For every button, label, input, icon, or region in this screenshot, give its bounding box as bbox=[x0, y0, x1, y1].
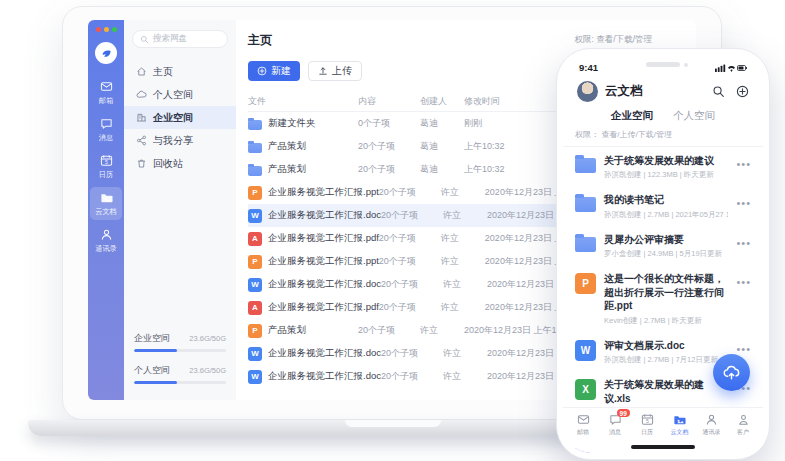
phone-header: 云文档 bbox=[563, 75, 763, 104]
storage-label: 个人空间 bbox=[134, 364, 170, 377]
space-tab[interactable]: 个人空间 bbox=[673, 109, 715, 123]
new-button-label: 新建 bbox=[271, 64, 291, 78]
more-actions-icon[interactable]: ••• bbox=[736, 197, 751, 209]
drive-sidebar: 搜索网盘 主页 个人空间 企业空间 bbox=[124, 20, 236, 400]
file-items-count: 20个子项 bbox=[381, 347, 443, 360]
close-window-button[interactable] bbox=[96, 27, 101, 32]
rail-item-icon bbox=[100, 117, 113, 130]
phone-app-screen: 9:41 云文档 企业空间 个人空间 权限： 查看/上传/下载/管理 bbox=[563, 55, 763, 453]
sidebar-item-icon bbox=[136, 158, 147, 169]
sidebar-nav-item[interactable]: 主页 bbox=[124, 60, 236, 83]
storage-usage: 23.6G/50G bbox=[189, 366, 226, 375]
bottom-nav-label: 日历 bbox=[641, 428, 653, 437]
file-type-icon bbox=[248, 166, 262, 176]
space-tab[interactable]: 企业空间 bbox=[611, 109, 653, 123]
rail-item-label: 云文档 bbox=[95, 207, 117, 217]
search-placeholder: 搜索网盘 bbox=[153, 33, 187, 45]
file-type-icon bbox=[575, 197, 596, 212]
sidebar-item-label: 与我分享 bbox=[153, 134, 193, 148]
file-name[interactable]: 企业服务视觉工作汇报.pdf bbox=[268, 232, 379, 245]
file-name[interactable]: 企业服务视觉工作汇报.doc bbox=[268, 278, 381, 291]
file-creator: 许立 bbox=[443, 209, 487, 222]
phone-file-item[interactable]: 我的读书笔记 孙溟凯创建 | 2.7MB | 2021年05月27 11:29更… bbox=[575, 186, 751, 226]
file-name[interactable]: 灵犀办公评审摘要 bbox=[604, 233, 728, 247]
file-name[interactable]: 关于统筹发展效果的建议.xls bbox=[604, 378, 728, 405]
file-name[interactable]: 产品策划 bbox=[268, 163, 306, 176]
sidebar-nav-item[interactable]: 与我分享 bbox=[124, 129, 236, 152]
more-actions-icon[interactable]: ••• bbox=[736, 343, 751, 355]
file-name[interactable]: 企业服务视觉工作汇报.pdf bbox=[268, 301, 379, 314]
rail-item-icon bbox=[100, 228, 113, 241]
rail-item-label: 通讯录 bbox=[95, 244, 117, 254]
file-items-count: 20个子项 bbox=[381, 370, 443, 383]
bottom-nav-icon bbox=[705, 413, 718, 426]
file-name[interactable]: 关于统筹发展效果的建议 bbox=[604, 154, 728, 168]
more-actions-icon[interactable]: ••• bbox=[736, 237, 751, 249]
more-actions-icon[interactable]: ••• bbox=[736, 158, 751, 170]
sidebar-nav-item[interactable]: 回收站 bbox=[124, 152, 236, 175]
sidebar-nav-item[interactable]: 企业空间 bbox=[124, 106, 236, 129]
file-name[interactable]: 企业服务视觉工作汇报.doc bbox=[268, 347, 381, 360]
bottom-nav-item[interactable]: 消息 99 bbox=[599, 413, 631, 441]
bottom-nav-label: 邮箱 bbox=[577, 428, 589, 437]
file-name[interactable]: 这是一个很长的文件标题，超出折行展示一行注意行间距.ppt bbox=[604, 272, 728, 313]
upload-fab-button[interactable] bbox=[713, 354, 750, 391]
storage-block: 个人空间 23.6G/50G bbox=[134, 364, 226, 384]
bottom-nav-item[interactable]: 日历 bbox=[631, 413, 663, 441]
file-type-icon: P bbox=[248, 186, 262, 200]
bottom-nav-item[interactable]: 云文档 bbox=[663, 413, 695, 441]
search-input[interactable]: 搜索网盘 bbox=[132, 30, 228, 48]
app-rail: 邮箱 消息 日历 云文档 bbox=[88, 20, 124, 400]
storage-progress-fill bbox=[134, 349, 177, 352]
new-button[interactable]: 新建 bbox=[248, 61, 300, 81]
file-name[interactable]: 企业服务视觉工作汇报.ppt bbox=[268, 186, 379, 199]
file-meta: 罗小盒创建 | 24.9MB | 5月19日更新 bbox=[604, 249, 728, 259]
bottom-nav-icon bbox=[641, 413, 654, 426]
file-type-icon bbox=[575, 158, 596, 173]
file-name[interactable]: 评审文档展示.doc bbox=[604, 339, 728, 353]
rail-item-icon bbox=[100, 154, 113, 167]
storage-usage: 23.6G/50G bbox=[189, 334, 226, 343]
zoom-window-button[interactable] bbox=[112, 27, 117, 32]
app-logo bbox=[95, 42, 117, 64]
file-items-count: 20个子项 bbox=[379, 301, 441, 314]
sidebar-item-label: 个人空间 bbox=[153, 88, 193, 102]
rail-nav-item[interactable]: 通讯录 bbox=[90, 224, 122, 257]
phone-file-item[interactable]: 关于统筹发展效果的建议 孙溟凯创建 | 122.3MB | 昨天更新 ••• bbox=[575, 147, 751, 187]
file-name[interactable]: 企业服务视觉工作汇报.ppt bbox=[268, 255, 379, 268]
rail-nav-item[interactable]: 日历 bbox=[90, 150, 122, 183]
header-time: 修改时间 bbox=[464, 95, 568, 108]
bottom-nav-icon bbox=[577, 413, 590, 426]
file-type-icon bbox=[248, 143, 262, 153]
more-actions-icon[interactable]: ••• bbox=[736, 276, 751, 288]
rail-nav-item[interactable]: 云文档 bbox=[90, 187, 122, 220]
add-icon[interactable] bbox=[736, 85, 749, 98]
phone-file-item[interactable]: P 这是一个很长的文件标题，超出折行展示一行注意行间距.ppt Kevin创建 … bbox=[575, 265, 751, 332]
minimize-window-button[interactable] bbox=[104, 27, 109, 32]
file-name[interactable]: 企业服务视觉工作汇报.doc bbox=[268, 370, 381, 383]
rail-nav-item[interactable]: 消息 bbox=[90, 113, 122, 146]
bottom-nav-item[interactable]: 客户 bbox=[727, 413, 759, 441]
file-items-count: 20个子项 bbox=[379, 186, 441, 199]
avatar[interactable] bbox=[577, 81, 598, 102]
rail-nav-item[interactable]: 邮箱 bbox=[90, 76, 122, 109]
file-creator: 许立 bbox=[441, 301, 485, 314]
file-name[interactable]: 企业服务视觉工作汇报.doc bbox=[268, 209, 381, 222]
sidebar-nav-item[interactable]: 个人空间 bbox=[124, 83, 236, 106]
file-meta: Kevin创建 | 2.7MB | 昨天更新 bbox=[604, 316, 728, 326]
file-creator: 葛迪 bbox=[420, 163, 464, 176]
search-icon[interactable] bbox=[712, 85, 725, 98]
home-indicator[interactable] bbox=[631, 445, 695, 449]
bottom-nav-item[interactable]: 通讯录 bbox=[695, 413, 727, 441]
bottom-nav-item[interactable]: 邮箱 bbox=[567, 413, 599, 441]
file-name[interactable]: 我的读书笔记 bbox=[604, 193, 728, 207]
file-creator: 许立 bbox=[443, 278, 487, 291]
file-name[interactable]: 产品策划 bbox=[268, 140, 306, 153]
file-type-icon: W bbox=[248, 278, 262, 292]
phone-file-item[interactable]: 灵犀办公评审摘要 罗小盒创建 | 24.9MB | 5月19日更新 ••• bbox=[575, 226, 751, 266]
file-name[interactable]: 产品策划 bbox=[268, 324, 306, 337]
file-items-count: 20个子项 bbox=[358, 163, 420, 176]
rail-item-label: 消息 bbox=[99, 133, 113, 143]
upload-button[interactable]: 上传 bbox=[308, 61, 362, 81]
file-name[interactable]: 新建文件夹 bbox=[268, 117, 316, 130]
